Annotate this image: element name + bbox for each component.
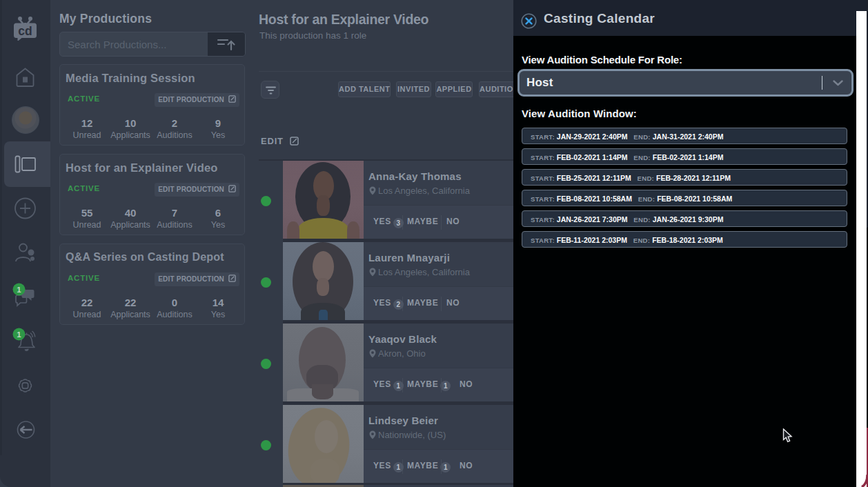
- svg-text:1: 1: [17, 286, 21, 294]
- svg-text:cd: cd: [18, 24, 32, 38]
- svg-text:1: 1: [17, 330, 21, 339]
